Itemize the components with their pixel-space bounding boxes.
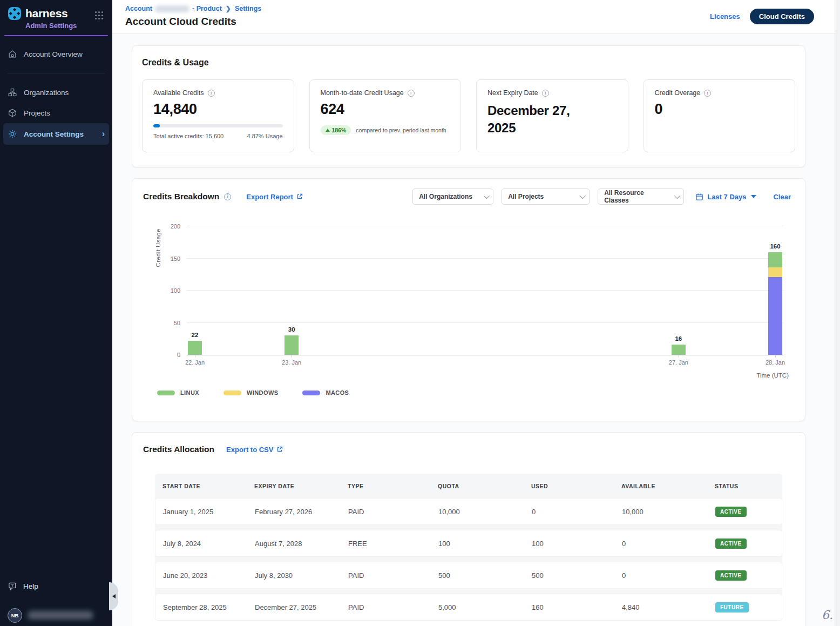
windows-swatch-icon [223, 391, 241, 395]
table-row[interactable]: July 8, 2024 August 7, 2028 FREE 100 100… [155, 530, 782, 556]
clear-filters-link[interactable]: Clear [773, 193, 791, 201]
linux-swatch-icon [157, 391, 175, 395]
apps-grid-icon[interactable] [94, 11, 104, 20]
breadcrumb-product-link[interactable]: - Product [192, 5, 222, 12]
allocation-title: Credits Allocation [143, 445, 214, 454]
allocation-header: Credits Allocation Export to CSV [143, 445, 794, 454]
handwritten-annotation: 6. [822, 608, 833, 622]
column-header-expiry-date: EXPIRY DATE [254, 483, 348, 489]
page-title: Account Cloud Credits [125, 16, 236, 28]
sidebar-item-projects[interactable]: Projects [0, 103, 112, 123]
legend-entry-macos[interactable]: MACOS [302, 389, 349, 396]
breakdown-header: Credits Breakdown i Export Report All Or… [132, 179, 805, 205]
status-badge: FUTURE [715, 602, 749, 612]
cell-used: 500 [532, 571, 622, 580]
cell-expiry-date: August 7, 2028 [255, 540, 348, 548]
sidebar: harness Admin Settings Account Overview [0, 0, 112, 626]
user-row[interactable]: NB [0, 605, 112, 626]
cell-type: PAID [348, 571, 438, 580]
cell-available: 10,000 [622, 508, 715, 516]
mtd-usage-value: 624 [321, 101, 450, 118]
column-header-used: USED [531, 483, 621, 489]
breadcrumb: Account - Product ❯ Settings [125, 5, 261, 12]
sidebar-item-organizations[interactable]: Organizations [0, 82, 112, 103]
sidebar-divider [8, 73, 105, 73]
chevron-down-icon [484, 193, 490, 199]
collapse-arrow-icon [112, 594, 116, 598]
caret-down-icon [751, 195, 756, 198]
credits-breakdown-panel: Credits Breakdown i Export Report All Or… [132, 178, 805, 421]
table-row[interactable]: January 1, 2025 February 27, 2026 PAID 1… [155, 499, 782, 524]
chevron-down-icon [674, 193, 680, 199]
module-subtitle: Admin Settings [25, 22, 112, 30]
chart-legend: LINUX WINDOWS MACOS [157, 389, 349, 396]
sidebar-item-account-settings[interactable]: Account Settings › [3, 123, 109, 145]
harness-logo-icon [8, 6, 22, 21]
help-button[interactable]: ? Help [0, 576, 112, 596]
column-header-status: STATUS [715, 483, 782, 489]
stat-cards-row: Available Credits i 14,840 Total active … [142, 79, 795, 152]
cell-start-date: July 8, 2024 [163, 540, 255, 548]
projects-filter-dropdown[interactable]: All Projects [502, 189, 590, 205]
info-icon[interactable]: i [224, 193, 231, 200]
arrow-up-icon [326, 129, 330, 132]
available-credits-value: 14,840 [153, 101, 283, 118]
status-badge: ACTIVE [715, 507, 747, 517]
sidebar-item-label: Projects [24, 109, 50, 117]
available-credits-card: Available Credits i 14,840 Total active … [142, 79, 294, 152]
main-content: Credits & Usage Available Credits i 14,8… [112, 34, 840, 626]
resource-classes-filter-dropdown[interactable]: All Resource Classes [598, 189, 684, 205]
sidebar-item-label: Account Overview [24, 50, 83, 58]
licenses-link[interactable]: Licenses [710, 12, 740, 21]
cell-start-date: January 1, 2025 [163, 508, 255, 516]
export-csv-label: Export to CSV [226, 446, 273, 454]
export-csv-link[interactable]: Export to CSV [226, 446, 283, 454]
credit-overage-value: 0 [655, 101, 784, 118]
table-row[interactable]: September 28, 2025 December 27, 2025 PAI… [155, 594, 782, 620]
info-icon[interactable]: i [704, 90, 711, 97]
sidebar-item-label: Organizations [24, 89, 69, 97]
credit-usage-chart-plot[interactable]: 0501001502002222. Jan3023. Jan1627. Jan1… [187, 227, 783, 355]
status-badge: ACTIVE [715, 539, 747, 549]
total-active-credits: Total active credits: 15,600 [153, 133, 223, 139]
brand-name: harness [25, 7, 67, 20]
avatar[interactable]: NB [8, 608, 22, 623]
delta-badge: 186% [321, 125, 351, 135]
info-icon[interactable]: i [208, 90, 215, 97]
cell-used: 0 [532, 508, 622, 516]
sidebar-nav: Account Overview Organizations Projects [0, 44, 112, 145]
macos-swatch-icon [302, 391, 320, 395]
credits-usage-title: Credits & Usage [142, 58, 795, 68]
date-range-filter[interactable]: Last 7 Days [695, 193, 756, 201]
organizations-filter-dropdown[interactable]: All Organizations [412, 189, 493, 205]
chevron-down-icon [580, 193, 586, 199]
info-icon[interactable]: i [408, 90, 415, 97]
legend-entry-linux[interactable]: LINUX [157, 389, 199, 396]
column-header-type: TYPE [348, 483, 438, 489]
filters-group: All Organizations All Projects All Resou… [412, 189, 796, 205]
chevron-right-icon: › [102, 129, 105, 139]
breadcrumb-settings-link[interactable]: Settings [235, 5, 261, 12]
sidebar-item-account-overview[interactable]: Account Overview [0, 44, 112, 64]
column-header-start-date: START DATE [162, 483, 254, 489]
sidebar-item-label: Account Settings [24, 130, 84, 138]
breadcrumb-separator-icon: ❯ [226, 5, 231, 12]
projects-cube-icon [8, 108, 17, 118]
mtd-usage-card: Month-to-date Credit Usage i 624 186% co… [309, 79, 462, 152]
cloud-credits-button[interactable]: Cloud Credits [750, 9, 814, 24]
cell-start-date: June 20, 2023 [163, 571, 255, 580]
table-row[interactable]: June 20, 2023 July 8, 2030 PAID 500 500 … [155, 562, 782, 588]
home-icon [8, 49, 17, 59]
cell-type: PAID [348, 603, 438, 611]
status-badge: ACTIVE [715, 570, 747, 581]
export-report-link[interactable]: Export Report [246, 193, 303, 201]
cell-expiry-date: July 8, 2030 [255, 571, 348, 580]
next-expiry-value: December 27, 2025 [487, 102, 590, 137]
info-icon[interactable]: i [542, 90, 549, 97]
scrollbar[interactable] [835, 0, 840, 626]
breadcrumb-account-link[interactable]: Account [125, 5, 152, 12]
resource-classes-filter-value: All Resource Classes [604, 189, 670, 204]
credits-usage-panel: Credits & Usage Available Credits i 14,8… [132, 45, 805, 167]
legend-entry-windows[interactable]: WINDOWS [223, 389, 278, 396]
cell-type: FREE [348, 540, 438, 548]
